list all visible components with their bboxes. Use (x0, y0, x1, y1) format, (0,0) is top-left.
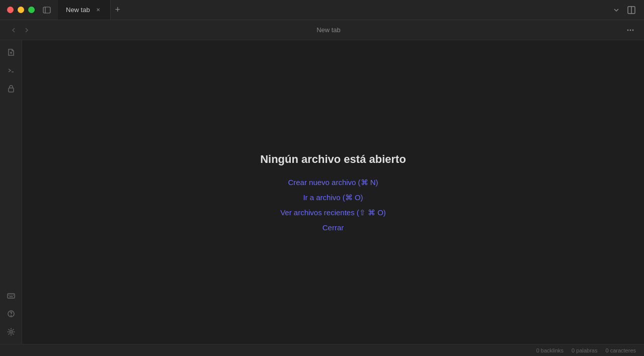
empty-state: Ningún archivo está abierto Crear nuevo … (260, 153, 406, 232)
tab-list-button[interactable] (611, 5, 622, 16)
create-new-file-link[interactable]: Crear nuevo archivo (⌘ N) (288, 178, 378, 187)
sidebar-icon (43, 6, 51, 14)
help-button[interactable] (3, 306, 19, 322)
chevron-down-icon (612, 6, 620, 14)
title-bar: New tab ✕ + (0, 0, 644, 20)
layout-icon (627, 6, 635, 14)
new-tab-button[interactable]: + (111, 3, 125, 17)
left-sidebar (0, 40, 22, 344)
svg-point-17 (11, 316, 11, 316)
tab-close-button[interactable]: ✕ (94, 6, 102, 14)
backlinks-count: 0 backlinks (536, 347, 564, 353)
empty-state-links: Crear nuevo archivo (⌘ N) Ir a archivo (… (280, 178, 386, 232)
minimize-button[interactable] (18, 7, 24, 13)
forward-button[interactable] (21, 25, 32, 36)
back-button[interactable] (8, 25, 19, 36)
svg-point-4 (627, 29, 629, 31)
svg-point-5 (630, 29, 631, 31)
word-count: 0 palabras (572, 347, 597, 353)
forward-icon (23, 26, 31, 34)
back-icon (10, 26, 18, 34)
title-bar-right (611, 5, 644, 16)
toolbar: New tab (0, 20, 644, 40)
svg-rect-10 (9, 88, 14, 92)
keyboard-icon (7, 292, 15, 300)
go-to-file-link[interactable]: Ir a archivo (⌘ O) (303, 193, 363, 202)
settings-button[interactable] (3, 324, 19, 340)
svg-point-18 (10, 331, 12, 333)
lock-button[interactable] (3, 80, 19, 97)
nav-buttons (8, 25, 32, 36)
recent-files-link[interactable]: Ver archivos recientes (⇧ ⌘ O) (280, 208, 386, 217)
sidebar-toggle-button[interactable] (40, 3, 54, 17)
main-layout: Ningún archivo está abierto Crear nuevo … (0, 40, 644, 344)
svg-point-6 (632, 29, 634, 31)
svg-rect-0 (43, 7, 50, 13)
close-button[interactable] (7, 7, 14, 13)
help-circle-icon (7, 310, 15, 318)
settings-icon (7, 328, 15, 336)
status-bar: 0 backlinks 0 palabras 0 caracteres (0, 344, 644, 356)
tab-new-tab[interactable]: New tab ✕ (58, 0, 111, 20)
ellipsis-icon (626, 26, 635, 35)
help-keyboard-button[interactable] (3, 288, 19, 304)
tab-label: New tab (66, 6, 90, 14)
new-file-icon (7, 48, 15, 56)
terminal-icon (7, 66, 15, 74)
char-count: 0 caracteres (605, 347, 636, 353)
tab-bar: New tab ✕ + (58, 0, 611, 20)
svg-rect-11 (8, 294, 15, 298)
window-controls (0, 7, 40, 13)
more-options-button[interactable] (625, 25, 636, 36)
layout-button[interactable] (626, 5, 637, 16)
lock-icon (7, 84, 15, 93)
toolbar-title: New tab (36, 26, 621, 34)
maximize-button[interactable] (28, 7, 35, 13)
empty-state-title: Ningún archivo está abierto (260, 153, 406, 166)
content-area: Ningún archivo está abierto Crear nuevo … (22, 40, 644, 344)
terminal-button[interactable] (3, 62, 19, 78)
close-link[interactable]: Cerrar (323, 223, 344, 232)
new-file-button[interactable] (3, 44, 19, 60)
